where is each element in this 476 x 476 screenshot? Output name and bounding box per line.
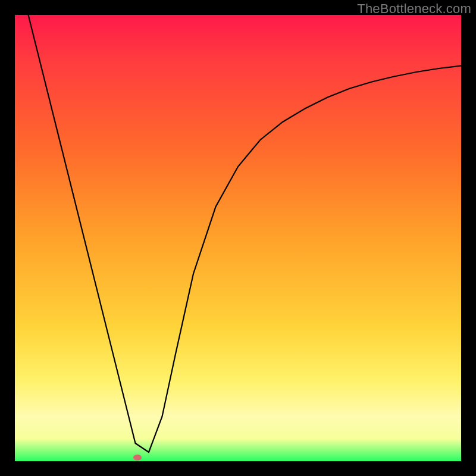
watermark-text: TheBottleneck.com — [357, 1, 471, 17]
plot-area — [15, 15, 461, 461]
minimum-marker — [133, 455, 142, 461]
bottleneck-curve — [29, 15, 462, 452]
chart-frame: TheBottleneck.com — [0, 0, 476, 476]
curve-svg — [15, 15, 461, 461]
